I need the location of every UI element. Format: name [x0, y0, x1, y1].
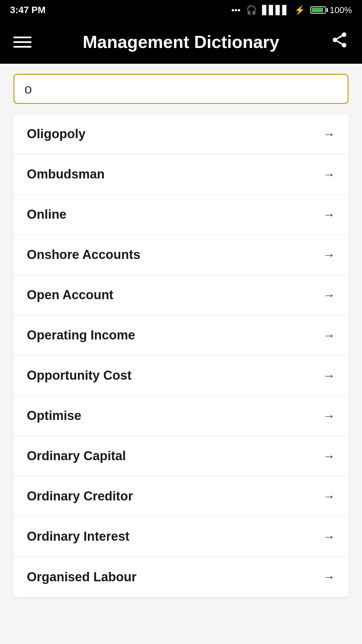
arrow-icon: → [323, 369, 335, 383]
list-item-label: Online [27, 207, 66, 222]
dictionary-list: Oligopoly→Ombudsman→Online→Onshore Accou… [13, 114, 349, 597]
list-item-label: Open Account [27, 288, 113, 302]
list-item-label: Ombudsman [27, 167, 105, 181]
list-item[interactable]: Ombudsman→ [13, 154, 349, 195]
list-item[interactable]: Open Account→ [13, 275, 349, 315]
list-item[interactable]: Ordinary Creditor→ [13, 476, 349, 517]
list-item-label: Organised Labour [27, 570, 136, 584]
arrow-icon: → [323, 409, 335, 423]
list-item-label: Ordinary Creditor [27, 489, 133, 503]
app-title: Management Dictionary [32, 32, 330, 52]
signal-dots-icon: ••• [231, 5, 240, 15]
arrow-icon: → [323, 489, 335, 503]
status-bar: 3:47 PM ••• 🎧 ▋▋▋▋ ⚡ 100% [0, 0, 362, 20]
share-button[interactable] [330, 31, 349, 53]
arrow-icon: → [323, 248, 335, 262]
arrow-icon: → [323, 449, 335, 463]
list-item[interactable]: Ordinary Capital→ [13, 436, 349, 476]
battery-indicator: 100% [310, 5, 352, 15]
list-item-label: Operating Income [27, 328, 135, 342]
list-item-label: Ordinary Interest [27, 529, 129, 544]
battery-percent: 100% [330, 5, 352, 15]
list-item-label: Optimise [27, 409, 81, 423]
battery-icon [310, 6, 328, 14]
list-item[interactable]: Opportunity Cost→ [13, 356, 349, 396]
svg-line-4 [337, 36, 342, 39]
list-item[interactable]: Ordinary Interest→ [13, 517, 349, 557]
arrow-icon: → [323, 288, 335, 302]
search-input[interactable] [13, 74, 349, 104]
list-item[interactable]: Online→ [13, 195, 349, 235]
status-time: 3:47 PM [10, 5, 46, 15]
list-item[interactable]: Optimise→ [13, 396, 349, 436]
signal-bars-icon: ▋▋▋▋ [262, 5, 289, 15]
arrow-icon: → [323, 530, 335, 544]
arrow-icon: → [323, 208, 335, 222]
arrow-icon: → [323, 127, 335, 141]
arrow-icon: → [323, 167, 335, 181]
search-container [0, 64, 362, 111]
list-item-label: Oligopoly [27, 127, 85, 141]
arrow-icon: → [323, 328, 335, 342]
list-item[interactable]: Operating Income→ [13, 315, 349, 356]
status-icons: ••• 🎧 ▋▋▋▋ ⚡ 100% [231, 5, 352, 15]
list-item-label: Opportunity Cost [27, 368, 131, 383]
svg-point-0 [342, 33, 347, 37]
lightning-icon: ⚡ [294, 5, 305, 15]
svg-line-3 [337, 41, 342, 44]
arrow-icon: → [323, 570, 335, 584]
nav-bar: Management Dictionary [0, 20, 362, 64]
headset-icon: 🎧 [246, 5, 257, 15]
list-item[interactable]: Organised Labour→ [13, 557, 349, 597]
list-item-label: Ordinary Capital [27, 449, 126, 463]
svg-point-1 [333, 38, 338, 42]
svg-point-2 [342, 43, 347, 48]
list-item-label: Onshore Accounts [27, 248, 140, 262]
hamburger-menu-button[interactable] [13, 37, 32, 48]
list-item[interactable]: Onshore Accounts→ [13, 235, 349, 275]
list-item[interactable]: Oligopoly→ [13, 114, 349, 154]
